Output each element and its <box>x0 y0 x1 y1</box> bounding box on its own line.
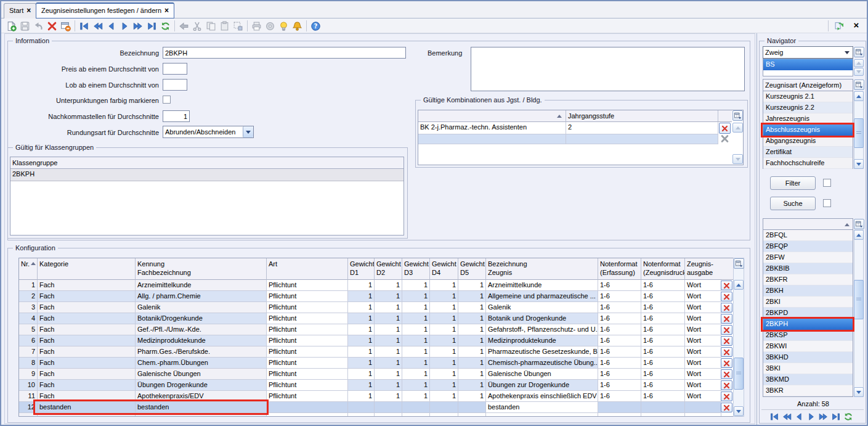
konfiguration-cell[interactable]: Wort <box>685 302 721 313</box>
konfiguration-cell[interactable] <box>685 402 721 413</box>
konfiguration-cell[interactable]: 1-6 <box>641 369 685 380</box>
scrollbar-thumb[interactable] <box>854 280 864 319</box>
konfiguration-cell[interactable]: 1 <box>402 291 430 302</box>
konfiguration-cell[interactable]: 1 <box>430 335 458 346</box>
lob-input[interactable] <box>163 79 187 91</box>
konfiguration-cell[interactable]: 7 <box>19 346 38 358</box>
konfiguration-cell[interactable]: 1 <box>402 302 430 313</box>
konfiguration-cell[interactable]: Wort <box>685 280 721 291</box>
nav-forward-icon[interactable] <box>118 20 131 32</box>
konfiguration-cell[interactable]: 1-6 <box>598 324 641 335</box>
delete-row-icon[interactable] <box>721 358 732 368</box>
suche-button[interactable]: Suche <box>770 197 816 210</box>
konfiguration-cell[interactable]: Botanik und Drogenkunde <box>486 313 598 324</box>
konfiguration-col-header[interactable]: Gewicht D2 <box>375 258 402 280</box>
konfiguration-col-header[interactable]: Nr. <box>19 258 38 280</box>
bemerkung-textarea[interactable] <box>471 47 745 91</box>
konfiguration-cell[interactable]: 1-6 <box>641 358 685 369</box>
konfiguration-cell[interactable]: 1-6 <box>641 291 685 302</box>
konfiguration-cell[interactable]: 1 <box>375 313 402 324</box>
konfiguration-cell[interactable]: bestanden <box>486 402 598 413</box>
list-item[interactable]: Kurszeugnis 2.2 <box>763 102 853 113</box>
konfiguration-cell[interactable]: 1 <box>458 380 486 391</box>
konfiguration-col-header[interactable]: Gewicht D5 <box>458 258 486 280</box>
konfiguration-cell[interactable]: 1 <box>458 302 486 313</box>
delete-row-icon[interactable] <box>721 347 732 357</box>
konfiguration-cell[interactable]: 1 <box>430 369 458 380</box>
konfiguration-cell[interactable] <box>458 402 486 413</box>
nav-first-icon[interactable] <box>78 20 90 32</box>
konfiguration-cell[interactable]: 1 <box>375 291 402 302</box>
konfiguration-cell[interactable]: Medizinproduktekunde <box>136 335 267 346</box>
suche-checkbox[interactable] <box>823 199 831 207</box>
konfiguration-cell[interactable]: Pflichtunt <box>267 313 348 324</box>
konfiguration-cell[interactable]: 1 <box>375 391 402 402</box>
konfiguration-cell[interactable]: Pflichtunt <box>267 380 348 391</box>
konfiguration-cell[interactable]: 1-6 <box>598 280 641 291</box>
konfiguration-col-header[interactable]: Art <box>267 258 348 280</box>
konfiguration-cell[interactable]: 1 <box>375 302 402 313</box>
scrollbar-thumb[interactable] <box>854 118 864 148</box>
konfiguration-cell[interactable]: 1 <box>375 280 402 291</box>
scroll-down-icon[interactable] <box>854 387 864 397</box>
nav-fast-back-icon[interactable] <box>782 412 792 423</box>
konfiguration-cell[interactable]: 1-6 <box>641 324 685 335</box>
konfiguration-cell[interactable]: Wort <box>685 335 721 346</box>
delete-row-icon[interactable] <box>721 303 732 313</box>
konfiguration-cell[interactable]: Fach <box>38 380 136 391</box>
tab-zeugniseinstellungen[interactable]: Zeugniseinstellungen festlegen / ändern× <box>36 2 174 18</box>
konfiguration-cell[interactable]: Galenische Übungen <box>136 369 267 380</box>
konfiguration-cell[interactable]: Allg. / pharm.Chemie <box>136 291 267 302</box>
scroll-down-icon[interactable] <box>854 68 864 76</box>
konfiguration-cell[interactable]: Pflichtunt <box>267 391 348 402</box>
bezeichnung-list-header[interactable]: Bezeichnung <box>763 218 853 230</box>
field-chooser-icon[interactable] <box>854 219 864 229</box>
delete-row-icon[interactable] <box>721 369 732 379</box>
delete-row-icon[interactable] <box>721 281 732 290</box>
konfiguration-cell[interactable]: 1 <box>458 280 486 291</box>
scroll-down-icon[interactable] <box>732 154 743 164</box>
list-item[interactable]: 2BFW <box>763 252 853 263</box>
konfiguration-cell[interactable]: 12 <box>19 402 38 413</box>
konfiguration-col-header[interactable]: Gewicht D4 <box>430 258 458 280</box>
konfiguration-cell[interactable]: 1 <box>402 369 430 380</box>
konfiguration-cell[interactable]: 6 <box>19 335 38 346</box>
konfiguration-cell[interactable]: 1 <box>430 280 458 291</box>
scroll-up-icon[interactable] <box>854 59 864 67</box>
nav-first-icon[interactable] <box>769 412 779 423</box>
klassengruppen-col-header[interactable]: Klassengruppe <box>10 157 404 169</box>
nav-fast-forward-icon[interactable] <box>819 412 829 423</box>
konfiguration-cell[interactable]: 1 <box>458 291 486 302</box>
konfiguration-cell[interactable]: 1 <box>375 369 402 380</box>
konfiguration-cell[interactable]: Fach <box>38 313 136 324</box>
konfiguration-cell[interactable]: Wort <box>685 346 721 358</box>
field-chooser-icon[interactable] <box>732 110 743 121</box>
delete-record-icon[interactable] <box>46 20 58 32</box>
konfiguration-cell[interactable]: 1 <box>458 358 486 369</box>
konfiguration-cell[interactable]: 1 <box>348 369 375 380</box>
kombinationen-col-jahrgangsstufe[interactable]: Jahrgangsstufe <box>566 110 718 122</box>
konfiguration-cell[interactable]: 1 <box>430 346 458 358</box>
konfiguration-cell[interactable]: 1 <box>348 358 375 369</box>
konfiguration-cell[interactable]: 1-6 <box>598 391 641 402</box>
konfiguration-cell[interactable]: Fach <box>38 324 136 335</box>
list-item[interactable]: 3BKMD <box>763 374 853 385</box>
konfiguration-cell[interactable]: Pflichtunt <box>267 369 348 380</box>
field-chooser-icon[interactable] <box>854 80 864 90</box>
konfiguration-col-header[interactable]: Kategorie <box>38 258 136 280</box>
konfiguration-col-header[interactable]: Gewicht D3 <box>402 258 430 280</box>
konfiguration-cell[interactable]: Wort <box>685 380 721 391</box>
konfiguration-cell[interactable]: Fach <box>38 391 136 402</box>
kombinationen-col-bildungsgang[interactable]: Bildungsgang <box>418 110 566 122</box>
konfiguration-cell[interactable] <box>348 402 375 413</box>
konfiguration-col-header[interactable]: Bezeichnung Zeugnis <box>486 258 598 280</box>
konfiguration-cell[interactable]: 1-6 <box>598 346 641 358</box>
konfiguration-cell[interactable]: Übungen zur Drogenkunde <box>486 380 598 391</box>
konfiguration-cell[interactable]: 1-6 <box>598 313 641 324</box>
delete-row-icon[interactable] <box>721 380 732 390</box>
konfiguration-cell[interactable]: 1-6 <box>641 380 685 391</box>
list-item[interactable]: Kurszeugnis 2.1 <box>763 91 853 102</box>
konfiguration-cell[interactable]: Fach <box>38 358 136 369</box>
konfiguration-cell[interactable]: Wort <box>685 391 721 402</box>
konfiguration-cell[interactable]: 5 <box>19 324 38 335</box>
